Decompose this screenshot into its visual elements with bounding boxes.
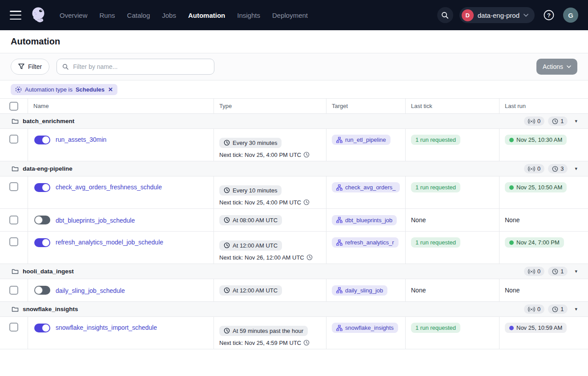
target-link[interactable]: snowflake_insights (332, 323, 398, 333)
type-cell: At 08:00 AM UTC (214, 209, 326, 231)
clock-icon (552, 166, 558, 172)
schedule-toggle[interactable] (34, 183, 50, 192)
last-tick-cell: None (406, 209, 499, 231)
top-nav-bar: OverviewRunsCatalogJobsAutomationInsight… (0, 0, 588, 30)
last-run-badge[interactable]: Nov 24, 7:00 PM (505, 237, 564, 248)
target-link[interactable]: daily_sling_job (332, 285, 387, 296)
collapse-group-icon[interactable]: ▾ (575, 166, 577, 172)
toolbar: Filter Actions (0, 53, 588, 80)
schedule-name-link[interactable]: dbt_blueprints_job_schedule (56, 217, 135, 224)
nav-item-runs[interactable]: Runs (100, 12, 115, 19)
schedule-toggle[interactable] (34, 324, 50, 332)
last-tick-cell: 1 run requested (406, 176, 499, 208)
remove-filter-icon[interactable]: ✕ (108, 86, 113, 93)
schedule-toggle[interactable] (34, 286, 50, 295)
schedule-toggle[interactable] (34, 238, 50, 247)
filter-button[interactable]: Filter (11, 59, 49, 75)
nav-item-catalog[interactable]: Catalog (127, 12, 150, 19)
toggle-knob (35, 286, 43, 294)
menu-icon[interactable] (10, 11, 21, 20)
group-row-data-eng-pipeline[interactable]: data-eng-pipeline03▾ (0, 161, 588, 176)
last-run-none: None (505, 287, 520, 294)
row-checkbox[interactable] (9, 323, 18, 332)
filter-chip-automation-type[interactable]: Automation type is Schedules ✕ (11, 84, 117, 95)
target-label: dbt_blueprints_job (345, 217, 392, 224)
schedule-toggle[interactable] (34, 216, 50, 224)
schedule-toggle[interactable] (34, 136, 50, 144)
run-status-dot (509, 326, 514, 330)
nav-item-automation[interactable]: Automation (188, 12, 225, 19)
job-icon (336, 137, 342, 143)
nav-item-insights[interactable]: Insights (237, 12, 260, 19)
row-checkbox[interactable] (9, 216, 18, 224)
clock-icon (303, 199, 310, 205)
nav-item-overview[interactable]: Overview (60, 12, 88, 19)
user-avatar[interactable]: G (563, 8, 578, 23)
last-run-badge[interactable]: Nov 25, 10:59 AM (505, 323, 567, 333)
table-row: refresh_analytics_model_job_scheduleAt 1… (0, 232, 588, 264)
last-run-badge[interactable]: Nov 25, 10:30 AM (505, 135, 567, 145)
target-link[interactable]: check_avg_orders_ (332, 182, 400, 192)
automations-table: NameTypeTargetLast tickLast run batch_en… (0, 98, 588, 349)
clock-icon (552, 268, 558, 275)
search-icon[interactable] (437, 7, 453, 23)
schedule-type-label: At 12:00 AM UTC (233, 242, 278, 249)
collapse-group-icon[interactable]: ▾ (575, 306, 577, 312)
help-icon[interactable]: ? (541, 7, 557, 23)
nav-item-jobs[interactable]: Jobs (162, 12, 176, 19)
schedule-name-link[interactable]: snowflake_insights_import_schedule (56, 324, 157, 331)
schedule-type-pill: Every 30 minutes (219, 138, 282, 148)
last-run-cell: Nov 25, 10:59 AM (499, 317, 588, 349)
actions-button[interactable]: Actions (536, 59, 577, 75)
schedule-name-link[interactable]: run_assets_30min (56, 136, 106, 143)
schedule-count-badge: 1 (548, 267, 568, 276)
folder-icon (12, 306, 19, 312)
group-counts: 01▾ (524, 116, 577, 126)
row-checkbox[interactable] (9, 286, 18, 295)
schedule-name-link[interactable]: daily_sling_job_schedule (56, 287, 125, 294)
clock-icon (224, 217, 230, 223)
job-icon (336, 325, 342, 331)
target-link[interactable]: dbt_blueprints_job (332, 215, 397, 225)
collapse-group-icon[interactable]: ▾ (575, 118, 577, 124)
target-label: refresh_analytics_r (345, 239, 394, 246)
last-tick-none: None (411, 216, 426, 224)
group-name: hooli_data_ingest (23, 268, 74, 275)
nav-item-deployment[interactable]: Deployment (272, 12, 308, 19)
page-header: Automation (0, 30, 588, 53)
target-link[interactable]: refresh_analytics_r (332, 237, 399, 248)
last-run-time: Nov 25, 10:59 AM (516, 324, 562, 331)
deployment-badge: D (462, 9, 474, 21)
row-checkbox[interactable] (9, 182, 18, 191)
row-checkbox[interactable] (9, 135, 18, 144)
group-row-batch-enrichment[interactable]: batch_enrichment01▾ (0, 114, 588, 129)
row-checkbox-cell (0, 232, 28, 264)
row-checkbox[interactable] (9, 237, 18, 246)
chevron-down-icon (567, 65, 571, 68)
sensor-icon (528, 269, 535, 274)
last-run-time: Nov 24, 7:00 PM (516, 239, 560, 246)
collapse-group-icon[interactable]: ▾ (575, 268, 577, 274)
target-label: daily_sling_job (345, 287, 383, 294)
sensor-count: 0 (537, 118, 540, 124)
target-link[interactable]: run_etl_pipeline (332, 135, 391, 145)
group-row-snowflake-insights[interactable]: snowflake_insights01▾ (0, 302, 588, 317)
clock-icon (552, 306, 558, 312)
schedule-name-link[interactable]: check_avg_orders_freshness_schdule (56, 184, 162, 191)
last-run-badge[interactable]: Nov 25, 10:50 AM (505, 182, 567, 192)
name-filter-input[interactable] (72, 63, 209, 71)
sensor-count-badge: 0 (524, 304, 544, 314)
group-row-hooli-data-ingest[interactable]: hooli_data_ingest01▾ (0, 264, 588, 279)
target-cell: daily_sling_job (326, 279, 406, 301)
last-tick-badge: 1 run requested (411, 237, 460, 248)
select-all-checkbox[interactable] (9, 102, 18, 111)
schedule-count-badge: 1 (548, 304, 568, 314)
column-header-type: Type (214, 99, 326, 113)
clock-icon (224, 287, 230, 293)
next-tick-label: Next tick: Nov 25, 4:00 PM UTC (219, 199, 310, 206)
schedule-name-link[interactable]: refresh_analytics_model_job_schedule (56, 239, 163, 246)
table-row: dbt_blueprints_job_scheduleAt 08:00 AM U… (0, 209, 588, 232)
deployment-switcher[interactable]: D data-eng-prod (459, 7, 535, 23)
chevron-down-icon (524, 14, 528, 17)
dagster-logo-icon[interactable] (29, 6, 48, 24)
